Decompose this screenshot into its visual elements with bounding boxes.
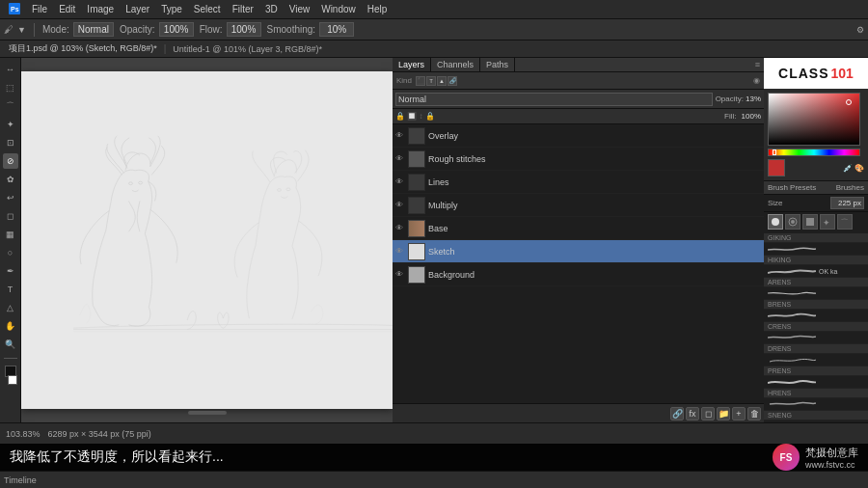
brush-preview (768, 311, 816, 320)
shape-tool[interactable]: △ (3, 300, 18, 315)
blend-mode-select[interactable]: Normal (395, 93, 713, 106)
layer-item[interactable]: 👁 Multiply (393, 194, 764, 217)
tab-layers[interactable]: Layers (393, 58, 431, 71)
brush-preset-item[interactable] (764, 310, 868, 322)
layer-visibility-2[interactable]: 👁 (395, 177, 405, 187)
layer-item[interactable]: 👁 Lines (393, 171, 764, 194)
layer-visibility-6[interactable]: 👁 (395, 270, 405, 280)
clone-tool[interactable]: ✿ (3, 172, 18, 187)
layer-visibility-4[interactable]: 👁 (395, 224, 405, 233)
dodge-tool[interactable]: ○ (3, 245, 18, 260)
new-layer-btn[interactable]: + (732, 407, 746, 420)
layer-visibility-0[interactable]: 👁 (395, 131, 405, 141)
menu-file[interactable]: File (27, 3, 52, 15)
brush-preset-item[interactable] (764, 354, 868, 366)
square-shape[interactable] (802, 214, 818, 230)
menu-3d[interactable]: 3D (260, 3, 283, 15)
brush-preset-item[interactable]: OK ka (764, 265, 868, 278)
circle-brush-shape[interactable] (768, 214, 783, 230)
lasso-tool[interactable]: ⌒ (3, 98, 18, 114)
gradient-tool[interactable]: ▦ (3, 227, 18, 242)
delete-layer-btn[interactable]: 🗑 (747, 407, 761, 420)
eyedropper-icon[interactable]: 💉 (843, 164, 853, 173)
history-brush-tool[interactable]: ↩ (3, 190, 18, 205)
layer-item-active[interactable]: 👁 Sketch (393, 240, 764, 263)
marquee-tool[interactable]: ⬚ (3, 80, 18, 95)
menu-edit[interactable]: Edit (54, 3, 80, 15)
layer-visibility-1[interactable]: 👁 (395, 154, 405, 164)
move-tool[interactable]: ↔ (3, 62, 18, 77)
add-style-btn[interactable]: fx (686, 407, 699, 420)
brush-preset-item[interactable] (764, 398, 868, 411)
hue-cursor[interactable] (773, 149, 776, 155)
background-color[interactable] (8, 375, 17, 385)
fill-value[interactable]: 100% (742, 112, 761, 121)
opacity-input[interactable]: 100% (159, 22, 194, 37)
pen-tool[interactable]: ✒ (3, 263, 18, 279)
crop-tool[interactable]: ⊡ (3, 135, 18, 150)
new-group-btn[interactable]: 📁 (717, 407, 730, 420)
file-tab-1[interactable]: 项目1.psd @ 103% (Sketch, RGB/8#)* (4, 41, 162, 56)
menu-ps[interactable]: Ps (4, 2, 25, 17)
menu-window[interactable]: Window (316, 3, 361, 15)
layer-item[interactable]: 👁 Rough stitches (393, 148, 764, 171)
mode-select[interactable]: Normal (73, 22, 114, 37)
file-tab-2[interactable]: Untitled-1 @ 101% (Layer 3, RGB/8#)* (168, 43, 327, 55)
brush-settings-header: Brush Presets Brushes (764, 181, 868, 195)
color-cursor[interactable] (846, 99, 852, 105)
brush-preset-item[interactable] (764, 287, 868, 300)
canvas-area (21, 58, 393, 422)
layer-visibility-3[interactable]: 👁 (395, 201, 405, 210)
menu-type[interactable]: Type (156, 3, 187, 15)
layer-name-0: Overlay (428, 131, 761, 141)
horizontal-scrollbar[interactable] (188, 411, 227, 415)
main-canvas[interactable] (21, 71, 393, 409)
magic-wand-tool[interactable]: ✦ (3, 117, 18, 132)
menu-view[interactable]: View (285, 3, 315, 15)
filter-pixel-icon[interactable]: ⬛ (416, 76, 425, 86)
eraser-tool[interactable]: ◻ (3, 208, 18, 224)
tab-paths[interactable]: Paths (480, 58, 515, 71)
smoothing-input[interactable]: 10% (319, 22, 354, 37)
menu-select[interactable]: Select (189, 3, 226, 15)
layer-item[interactable]: 👁 Background (393, 263, 764, 286)
timeline-label[interactable]: Timeline (4, 475, 37, 485)
type-tool[interactable]: T (3, 282, 18, 297)
hue-slider[interactable] (768, 149, 860, 156)
brush-size-input[interactable] (830, 197, 864, 209)
filter-smart-icon[interactable]: 🔗 (448, 76, 457, 86)
color-gradient[interactable] (768, 93, 860, 146)
menu-filter[interactable]: Filter (228, 3, 258, 15)
layer-item[interactable]: 👁 Base (393, 217, 764, 240)
brush-preset-item[interactable] (764, 332, 868, 344)
menu-help[interactable]: Help (363, 3, 393, 15)
menu-image[interactable]: Image (82, 3, 119, 15)
tab-channels[interactable]: Channels (431, 58, 480, 71)
menu-layer[interactable]: Layer (121, 3, 154, 15)
hand-tool[interactable]: ✋ (3, 318, 18, 334)
soft-circle-shape[interactable] (785, 214, 800, 230)
filter-toggle[interactable]: ◉ (753, 76, 760, 85)
brush-preset-item[interactable] (764, 420, 868, 422)
brush-tool[interactable]: ⊘ (3, 153, 18, 169)
fan-shape[interactable]: ⌒ (837, 214, 853, 230)
more-options-icon[interactable]: ⚙ (856, 25, 864, 35)
filter-shape-icon[interactable]: ▲ (437, 76, 447, 86)
link-layers-btn[interactable]: 🔗 (670, 407, 684, 420)
brush-preset-item[interactable] (764, 243, 868, 256)
color-wheel-icon[interactable]: 🎨 (854, 164, 864, 173)
star-shape[interactable]: ✦ (820, 214, 835, 230)
layer-item[interactable]: 👁 Overlay (393, 124, 764, 148)
brush-tool-section: 🖌 ▼ (4, 24, 26, 35)
opacity-value[interactable]: 13% (746, 95, 761, 103)
flow-input[interactable]: 100% (227, 22, 261, 37)
layer-visibility-5[interactable]: 👁 (395, 247, 405, 257)
add-mask-btn[interactable]: ◻ (701, 407, 715, 420)
foreground-swatch[interactable] (768, 159, 785, 176)
zoom-tool[interactable]: 🔍 (3, 337, 18, 352)
opacity-label: Opacity: (120, 24, 155, 35)
brush-preset-picker[interactable]: ▼ (17, 25, 26, 35)
panel-menu-icon[interactable]: ≡ (751, 58, 764, 71)
filter-type-icon[interactable]: T (426, 76, 436, 86)
brush-preset-item[interactable] (764, 376, 868, 389)
